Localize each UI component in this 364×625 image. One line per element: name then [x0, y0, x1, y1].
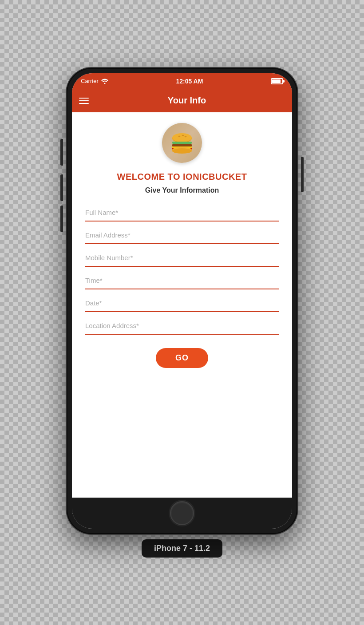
email-input[interactable]: [85, 229, 279, 241]
svg-point-2: [172, 133, 192, 142]
hamburger-line-2: [79, 100, 89, 101]
status-bar: Carrier 12:05 AM: [72, 73, 292, 89]
svg-rect-7: [172, 144, 192, 147]
status-right: [271, 78, 283, 84]
phone-wrapper: Carrier 12:05 AM: [67, 68, 297, 558]
date-field: [85, 297, 279, 312]
phone-screen: Carrier 12:05 AM: [72, 73, 292, 529]
location-input[interactable]: [85, 320, 279, 331]
hamburger-menu-button[interactable]: [79, 98, 89, 104]
status-left: Carrier: [81, 78, 108, 84]
battery-fill: [272, 79, 281, 83]
full-name-field: [85, 207, 279, 222]
svg-point-3: [178, 135, 181, 136]
full-name-input[interactable]: [85, 207, 279, 218]
phone-frame: Carrier 12:05 AM: [67, 68, 297, 534]
carrier-label: Carrier: [81, 78, 99, 84]
screen-content: WELCOME TO IONICBUCKET Give Your Informa…: [72, 112, 292, 498]
time-field: [85, 275, 279, 289]
battery-icon: [271, 78, 283, 84]
page-title: Your Info: [89, 95, 285, 106]
wifi-icon: [101, 79, 108, 84]
svg-point-5: [185, 136, 187, 137]
mobile-input[interactable]: [85, 252, 279, 263]
svg-point-11: [172, 148, 192, 154]
go-button[interactable]: GO: [156, 348, 208, 368]
svg-point-0: [104, 83, 105, 84]
welcome-title: WELCOME TO IONICBUCKET: [117, 172, 247, 182]
burger-icon: [169, 130, 195, 156]
info-form: GO: [85, 207, 279, 368]
date-input[interactable]: [85, 297, 279, 309]
mobile-field: [85, 252, 279, 267]
time-input[interactable]: [85, 275, 279, 286]
nav-bar: Your Info: [72, 89, 292, 112]
hamburger-line-1: [79, 98, 89, 99]
hamburger-line-3: [79, 103, 89, 104]
device-label: iPhone 7 - 11.2: [142, 539, 222, 558]
status-time: 12:05 AM: [176, 78, 203, 85]
email-field: [85, 229, 279, 244]
home-button-area: [72, 498, 292, 529]
subtitle: Give Your Information: [145, 186, 219, 194]
app-logo: [162, 123, 202, 163]
home-button[interactable]: [170, 501, 194, 525]
svg-rect-6: [172, 142, 192, 144]
location-field: [85, 320, 279, 335]
svg-point-4: [182, 134, 184, 135]
